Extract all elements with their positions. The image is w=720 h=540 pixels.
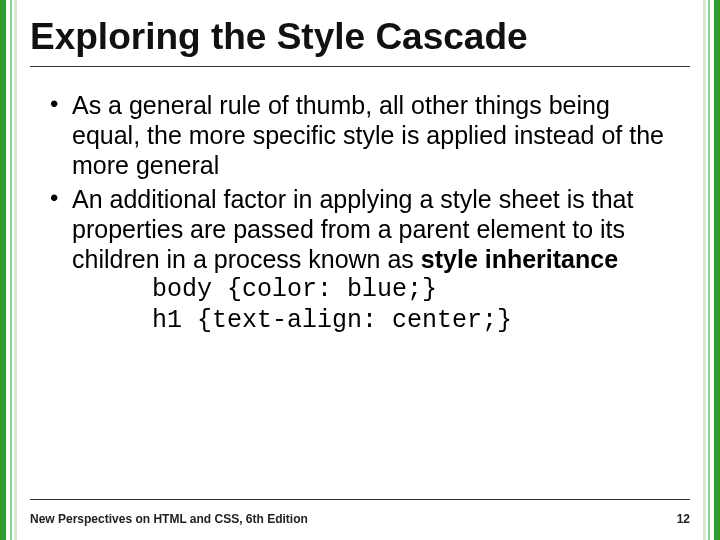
decorative-stripe [14,0,17,540]
slide-title: Exploring the Style Cascade [30,16,690,67]
footer-rule [30,499,690,500]
decorative-stripe [708,0,710,540]
bullet-marker: • [50,184,72,337]
bullet-marker: • [50,90,72,180]
decorative-stripe [10,0,12,540]
code-line: h1 {text-align: center;} [152,305,680,336]
decorative-stripe [703,0,706,540]
page-number: 12 [677,512,690,526]
code-line: body {color: blue;} [152,274,680,305]
bullet-text: As a general rule of thumb, all other th… [72,90,680,180]
slide: Exploring the Style Cascade • As a gener… [0,0,720,540]
bullet-text-bold: style inheritance [421,245,618,273]
bullet-item: • As a general rule of thumb, all other … [50,90,680,180]
footer-text-left: New Perspectives on HTML and CSS, 6th Ed… [30,512,308,526]
bullet-text: An additional factor in applying a style… [72,184,680,337]
slide-body: • As a general rule of thumb, all other … [50,90,680,341]
bullet-item: • An additional factor in applying a sty… [50,184,680,337]
